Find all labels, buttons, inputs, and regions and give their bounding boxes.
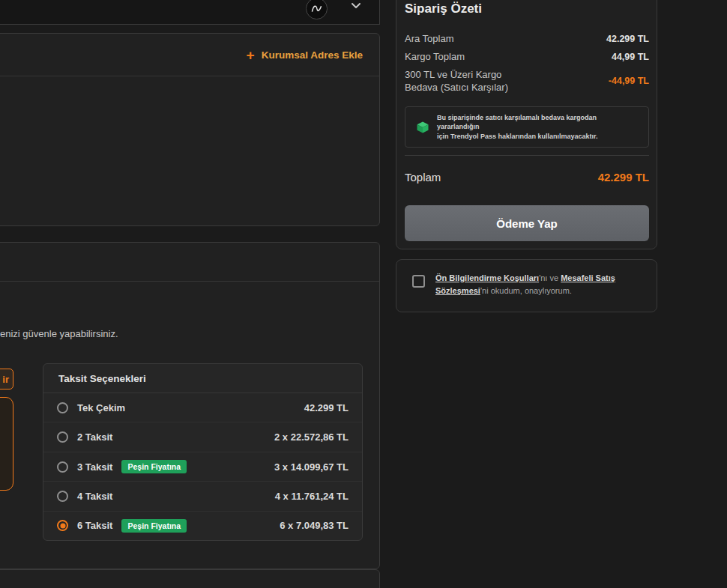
pesin-fiyatina-badge: Peşin Fiyatına (121, 519, 187, 533)
pre-information-terms-link[interactable]: Ön Bilgilendirme Koşulları (435, 273, 539, 282)
installment-amount: 6 x 7.049,83 TL (280, 520, 349, 531)
top-header-bar (0, 0, 380, 25)
trendyol-pass-info-box: Bu siparişinde satıcı karşılamalı bedava… (405, 106, 649, 148)
subtotal-row: Ara Toplam 42.299 TL (405, 33, 649, 44)
payment-panel-header (0, 243, 379, 282)
free-shipping-row: 300 TL ve Üzeri Kargo Bedava (Satıcı Kar… (405, 68, 649, 94)
installment-amount: 2 x 22.572,86 TL (274, 431, 349, 443)
shipping-row: Kargo Toplam 44,99 TL (405, 51, 649, 62)
selected-card-partial[interactable] (0, 397, 13, 491)
total-label: Toplam (405, 171, 441, 184)
agreement-checkbox[interactable] (412, 275, 425, 288)
pay-button[interactable]: Ödeme Yap (405, 205, 649, 241)
subtotal-value: 42.299 TL (606, 34, 649, 44)
installment-option-4-taksit[interactable]: 4 Taksit 4 x 11.761,24 TL (43, 482, 362, 511)
free-shipping-label: 300 TL ve Üzeri Kargo Bedava (Satıcı Kar… (405, 68, 508, 94)
total-row: Toplam 42.299 TL (405, 171, 649, 184)
shipping-value: 44,99 TL (612, 52, 649, 62)
installment-amount: 42.299 TL (304, 402, 349, 413)
installment-options-box: Taksit Seçenekleri Tek Çekim 42.299 TL 2… (43, 363, 363, 541)
order-summary-title: Sipariş Özeti (405, 1, 482, 16)
installment-option-6-taksit[interactable]: 6 Taksit Peşin Fiyatına 6 x 7.049,83 TL (43, 512, 362, 540)
address-panel: + Kurumsal Adres Ekle (0, 33, 380, 226)
radio-icon[interactable] (57, 491, 68, 502)
radio-icon[interactable] (57, 461, 68, 473)
total-value: 42.299 TL (598, 171, 649, 184)
installment-option-3-taksit[interactable]: 3 Taksit Peşin Fiyatına 3 x 14.099,67 TL (43, 452, 362, 482)
summary-divider (405, 155, 649, 156)
installment-amount: 3 x 14.099,67 TL (274, 461, 349, 473)
shipping-label: Kargo Toplam (405, 51, 465, 62)
radio-selected-icon[interactable] (57, 520, 68, 531)
secure-payment-text: enizi güvenle yapabilirsiniz. (0, 328, 118, 339)
installment-amount: 4 x 11.761,24 TL (275, 491, 349, 502)
free-shipping-discount-value: -44,99 TL (609, 76, 649, 86)
add-corporate-address-label: Kurumsal Adres Ekle (262, 49, 363, 61)
installment-label: Tek Çekim (77, 402, 125, 413)
avatar-image (307, 0, 327, 19)
installment-label: 6 Taksit (77, 520, 112, 531)
address-panel-header: + Kurumsal Adres Ekle (0, 34, 379, 76)
pesin-fiyatina-badge: Peşin Fiyatına (121, 460, 187, 473)
agreement-box: Ön Bilgilendirme Koşulları'nı ve Mesafel… (396, 259, 657, 312)
chevron-down-icon[interactable] (349, 0, 363, 13)
radio-icon[interactable] (57, 402, 68, 413)
installment-label: 4 Taksit (77, 491, 112, 502)
installment-option-2-taksit[interactable]: 2 Taksit 2 x 22.572,86 TL (43, 422, 362, 452)
change-card-button-partial[interactable]: ir (0, 369, 13, 390)
add-corporate-address-link[interactable]: + Kurumsal Adres Ekle (247, 48, 363, 62)
avatar[interactable] (306, 0, 328, 19)
radio-icon[interactable] (57, 431, 68, 443)
subtotal-label: Ara Toplam (405, 33, 454, 44)
trendyol-pass-info-text: Bu siparişinde satıcı karşılamalı bedava… (437, 113, 641, 142)
next-section-panel (0, 569, 380, 588)
checkout-page: + Kurumsal Adres Ekle enizi güvenle yapa… (0, 0, 727, 588)
package-icon (416, 121, 429, 134)
installment-label: 3 Taksit (77, 461, 112, 473)
installments-title: Taksit Seçenekleri (43, 364, 362, 393)
installment-option-tek-cekim[interactable]: Tek Çekim 42.299 TL (43, 393, 362, 422)
agreement-text: Ön Bilgilendirme Koşulları'nı ve Mesafel… (435, 272, 645, 297)
plus-icon: + (247, 48, 255, 62)
installment-label: 2 Taksit (77, 431, 112, 443)
